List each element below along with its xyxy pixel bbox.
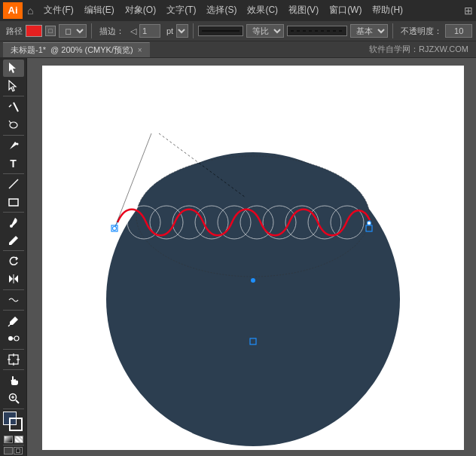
upper-ellipse xyxy=(136,156,370,277)
stroke-box xyxy=(9,418,23,431)
tab-right-info: 软件自学网：RJZXW.COM xyxy=(369,44,473,55)
toolbar-separator-3 xyxy=(392,23,393,38)
tool-separator-6 xyxy=(3,289,24,290)
svg-point-9 xyxy=(10,225,13,228)
tool-reflect[interactable] xyxy=(3,271,24,288)
grid-icon[interactable]: ⊞ xyxy=(464,5,473,17)
tool-line[interactable] xyxy=(3,176,24,193)
tool-hand[interactable] xyxy=(3,372,24,389)
menu-window[interactable]: 窗口(W) xyxy=(325,2,366,18)
main-area: T xyxy=(0,58,476,456)
svg-line-23 xyxy=(16,400,19,403)
tool-separator-8 xyxy=(3,349,24,350)
toolbar-separator-1 xyxy=(91,23,92,38)
svg-line-13 xyxy=(8,325,10,326)
handle-circle-right xyxy=(368,222,371,225)
ai-logo: Ai xyxy=(3,2,23,19)
menu-bar: Ai ⌂ 文件(F) 编辑(E) 对象(O) 文字(T) 选择(S) 效果(C)… xyxy=(0,0,476,20)
stroke-equal-dropdown[interactable]: 等比 xyxy=(246,24,284,38)
tool-separator-5 xyxy=(3,250,24,251)
canvas-area[interactable] xyxy=(27,58,476,456)
tool-selection[interactable] xyxy=(3,60,24,77)
tool-blend[interactable] xyxy=(3,330,24,347)
stroke-shape-dropdown[interactable]: ◻ xyxy=(59,24,87,38)
stroke-unit: pt xyxy=(166,26,173,35)
fill-stroke-indicator[interactable] xyxy=(3,412,24,431)
tool-separator-7 xyxy=(3,310,24,311)
menu-file[interactable]: 文件(F) xyxy=(39,2,78,18)
tool-separator-2 xyxy=(3,135,24,136)
gradient-icon[interactable] xyxy=(4,436,13,443)
stroke-line-inner2 xyxy=(291,30,343,32)
tool-direct-selection[interactable] xyxy=(3,78,24,95)
svg-point-15 xyxy=(14,336,19,341)
svg-marker-11 xyxy=(14,275,18,283)
svg-line-2 xyxy=(14,103,18,112)
home-icon[interactable]: ⌂ xyxy=(27,5,33,17)
tool-zoom[interactable] xyxy=(3,390,24,407)
opacity-label: 不透明度： xyxy=(401,26,442,37)
menu-edit[interactable]: 编辑(E) xyxy=(80,2,119,18)
stroke-width-input[interactable] xyxy=(139,24,160,38)
tool-paintbrush[interactable] xyxy=(3,214,24,231)
tab-bar: 未标题-1* @ 200% (CMYK/预览) × 软件自学网：RJZXW.CO… xyxy=(0,41,476,58)
menu-help[interactable]: 帮助(H) xyxy=(368,2,407,18)
handle-circle-left xyxy=(113,227,117,231)
stroke-checkbox[interactable]: □ xyxy=(45,26,56,36)
screen-mode-controls xyxy=(4,447,23,454)
tool-separator-9 xyxy=(3,369,24,370)
svg-line-3 xyxy=(9,105,11,107)
svg-point-14 xyxy=(8,336,13,341)
toolbar: 路径 □ ◻ 描边： ◁ pt 等比 基本 不透明度： xyxy=(0,20,476,41)
tab-title: 未标题-1* xyxy=(11,44,46,56)
tool-artboard[interactable] xyxy=(3,351,24,369)
tool-lasso[interactable] xyxy=(3,116,24,133)
none-icon[interactable] xyxy=(14,436,23,443)
tool-separator-1 xyxy=(3,96,24,96)
stroke-style-line2[interactable] xyxy=(287,26,347,36)
menu-object[interactable]: 对象(O) xyxy=(121,2,160,18)
svg-rect-8 xyxy=(9,199,18,206)
tool-pencil[interactable] xyxy=(3,232,24,249)
svg-line-5 xyxy=(9,121,11,123)
stroke-basic-dropdown[interactable]: 基本 xyxy=(350,24,388,38)
stroke-unit-dropdown[interactable] xyxy=(176,24,188,38)
stroke-line-inner xyxy=(202,30,240,32)
color-swap-controls xyxy=(4,436,23,443)
center-dot xyxy=(251,278,255,283)
stroke-label: 描边： xyxy=(99,26,124,37)
tool-separator-3 xyxy=(3,173,24,174)
menu-text[interactable]: 文字(T) xyxy=(162,2,200,18)
tool-eyedropper[interactable] xyxy=(3,312,24,329)
svg-point-4 xyxy=(10,122,17,128)
tool-rectangle[interactable] xyxy=(3,194,24,211)
menu-view[interactable]: 视图(V) xyxy=(284,2,323,18)
screen-full-icon[interactable] xyxy=(14,447,23,454)
tool-separator-10 xyxy=(3,409,24,409)
toolbar-separator-2 xyxy=(193,23,194,38)
tab-close-button[interactable]: × xyxy=(138,46,142,54)
tool-separator-11 xyxy=(3,445,24,445)
opacity-input[interactable] xyxy=(445,24,472,38)
tool-rotate[interactable] xyxy=(3,252,24,270)
menu-effect[interactable]: 效果(C) xyxy=(243,2,282,18)
svg-marker-1 xyxy=(9,81,16,91)
tool-text[interactable]: T xyxy=(3,155,24,172)
tool-magic-wand[interactable] xyxy=(3,98,24,115)
toolbar-path-label: 路径 xyxy=(6,26,23,37)
svg-line-7 xyxy=(9,179,18,188)
stroke-arrow: ◁ xyxy=(130,26,136,36)
tool-warp[interactable] xyxy=(3,292,24,309)
stroke-color-box[interactable] xyxy=(26,25,42,37)
stroke-style-line[interactable] xyxy=(198,26,243,36)
screen-normal-icon[interactable] xyxy=(4,447,13,454)
tool-pen[interactable] xyxy=(3,137,24,155)
svg-marker-10 xyxy=(9,275,13,283)
document-tab[interactable]: 未标题-1* @ 200% (CMYK/预览) × xyxy=(3,42,150,57)
svg-marker-0 xyxy=(9,63,16,73)
tool-separator-4 xyxy=(3,212,24,213)
left-toolbar: T xyxy=(0,58,27,456)
svg-point-6 xyxy=(16,142,18,145)
menu-select[interactable]: 选择(S) xyxy=(202,2,241,18)
canvas-svg xyxy=(27,58,476,456)
